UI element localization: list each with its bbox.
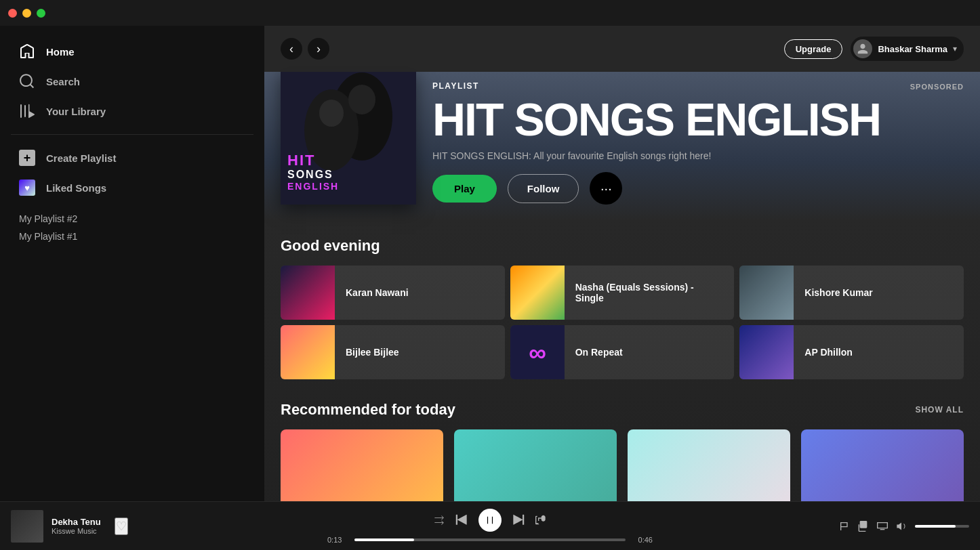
sidebar-playlists: My Playlist #2 My Playlist #1	[0, 203, 264, 253]
forward-button[interactable]: ›	[308, 38, 329, 60]
good-evening-header: Good evening	[281, 237, 964, 255]
minimize-button[interactable]	[22, 9, 31, 18]
player-album-art	[11, 510, 43, 543]
player-track-name: Dekha Tenu	[52, 517, 101, 527]
user-menu[interactable]: Bhaskar Sharma ▾	[851, 37, 964, 61]
rec-thumb-2	[454, 429, 617, 501]
svg-text:∞: ∞	[529, 339, 546, 366]
title-bar	[0, 0, 980, 26]
player-bar: Dekha Tenu Kisswe Music ♡ 0:13	[0, 501, 980, 550]
follow-button[interactable]: Follow	[508, 174, 579, 203]
rec-card-4[interactable]: Mix Daily mix	[801, 429, 964, 501]
recommended-grid: Mix Daily mix Mix Daily mix Mix Daily	[281, 429, 964, 501]
main-content: ‹ › Upgrade Bhaskar Sharma ▾ SPONSORED	[264, 26, 980, 501]
sponsored-label: SPONSORED	[910, 83, 964, 91]
card-karan-nawani[interactable]: Karan Nawani	[281, 266, 505, 320]
player-artist-name: Kisswe Music	[52, 527, 101, 535]
nasha-label: Nasha (Equals Sessions) - Single	[565, 282, 735, 303]
card-ap-dhillon[interactable]: AP Dhillon	[739, 325, 964, 379]
create-playlist-label: Create Playlist	[46, 152, 116, 164]
recommended-title: Recommended for today	[281, 401, 455, 419]
player-track-info: Dekha Tenu Kisswe Music	[52, 517, 101, 535]
rec-thumb-3	[628, 429, 790, 501]
home-icon	[19, 43, 35, 60]
hero-actions: Play Follow ···	[432, 172, 964, 205]
create-playlist-icon: +	[19, 150, 35, 166]
more-options-button[interactable]: ···	[590, 172, 622, 205]
sidebar-item-search[interactable]: Search	[11, 66, 253, 96]
karan-nawani-label: Karan Nawani	[335, 287, 420, 298]
sidebar-playlist-1[interactable]: My Playlist #1	[19, 231, 245, 242]
player-center: 0:13 0:46	[201, 509, 779, 544]
sidebar-playlist-2[interactable]: My Playlist #2	[19, 213, 245, 224]
card-on-repeat[interactable]: ∞ On Repeat	[510, 325, 735, 379]
content-area: Good evening Karan Nawani Nasha (Equals …	[264, 221, 980, 501]
ap-dhillon-label: AP Dhillon	[794, 347, 863, 358]
sidebar-nav: Home Search Your Library	[0, 37, 264, 126]
top-bar: ‹ › Upgrade Bhaskar Sharma ▾	[264, 26, 980, 72]
kishore-kumar-thumb	[739, 266, 794, 320]
devices-button[interactable]	[877, 521, 888, 532]
rec-thumb-4	[801, 429, 964, 501]
rec-card-2[interactable]: Mix Daily mix	[454, 429, 617, 501]
sidebar-item-library[interactable]: Your Library	[11, 96, 253, 126]
hero-section: SPONSORED HIT SONGS ENGLIS	[264, 72, 980, 221]
progress-row: 0:13 0:46	[327, 536, 653, 544]
karan-nawani-thumb	[281, 266, 335, 320]
back-button[interactable]: ‹	[281, 38, 302, 60]
progress-fill	[354, 538, 414, 541]
ap-dhillon-thumb	[739, 325, 794, 379]
play-button[interactable]: Play	[432, 175, 497, 203]
library-icon	[19, 103, 35, 119]
liked-songs-label: Liked Songs	[46, 182, 106, 194]
sidebar-item-home[interactable]: Home	[11, 37, 253, 66]
svg-rect-7	[880, 529, 885, 530]
card-nasha[interactable]: Nasha (Equals Sessions) - Single	[510, 266, 735, 320]
queue-button[interactable]	[858, 521, 869, 532]
player-right	[779, 521, 969, 532]
play-pause-button[interactable]	[478, 509, 502, 532]
rec-thumb-1	[281, 429, 443, 501]
lyrics-button[interactable]	[839, 521, 850, 532]
next-button[interactable]	[512, 514, 525, 526]
sidebar-item-home-label: Home	[46, 46, 75, 58]
search-icon	[19, 73, 35, 89]
total-time: 0:46	[631, 536, 653, 544]
player-left: Dekha Tenu Kisswe Music ♡	[11, 510, 201, 543]
volume-bar[interactable]	[915, 525, 969, 528]
nasha-thumb	[510, 266, 565, 320]
on-repeat-thumb: ∞	[510, 325, 565, 379]
nav-arrows: ‹ ›	[281, 38, 329, 60]
sidebar-item-library-label: Your Library	[46, 106, 106, 117]
upgrade-button[interactable]: Upgrade	[784, 39, 843, 59]
hero-title: HIT SONGS ENGLISH	[432, 96, 964, 142]
sidebar-actions: + Create Playlist ♥ Liked Songs	[0, 143, 264, 203]
card-kishore-kumar[interactable]: Kishore Kumar	[739, 266, 964, 320]
on-repeat-label: On Repeat	[565, 347, 634, 358]
sidebar: Home Search Your Library +	[0, 26, 264, 501]
hero-info: PLAYLIST HIT SONGS ENGLISH HIT SONGS ENG…	[432, 81, 964, 205]
close-button[interactable]	[8, 9, 17, 18]
sidebar-item-create-playlist[interactable]: + Create Playlist	[11, 143, 253, 173]
current-time: 0:13	[327, 536, 349, 544]
previous-button[interactable]	[455, 514, 468, 526]
app-body: Home Search Your Library +	[0, 26, 980, 501]
show-all-button[interactable]: SHOW ALL	[915, 405, 964, 415]
traffic-lights	[8, 9, 45, 18]
sidebar-item-liked-songs[interactable]: ♥ Liked Songs	[11, 173, 253, 203]
volume-button[interactable]	[896, 521, 907, 532]
good-evening-grid: Karan Nawani Nasha (Equals Sessions) - S…	[281, 266, 964, 379]
rec-card-3[interactable]: Mix Daily mix	[628, 429, 790, 501]
shuffle-button[interactable]	[434, 515, 445, 526]
like-button[interactable]: ♡	[115, 517, 128, 535]
rec-card-1[interactable]: Mix Daily mix	[281, 429, 443, 501]
sidebar-item-search-label: Search	[46, 76, 80, 87]
maximize-button[interactable]	[37, 9, 45, 18]
player-controls	[434, 509, 546, 532]
card-bijlee-bijlee[interactable]: Bijlee Bijlee	[281, 325, 505, 379]
volume-fill	[915, 525, 956, 528]
progress-bar[interactable]	[354, 538, 626, 541]
repeat-button[interactable]	[535, 515, 546, 526]
svg-point-4	[319, 100, 344, 127]
hero-cover-art: HIT SONGS ENGLISH	[281, 69, 416, 205]
